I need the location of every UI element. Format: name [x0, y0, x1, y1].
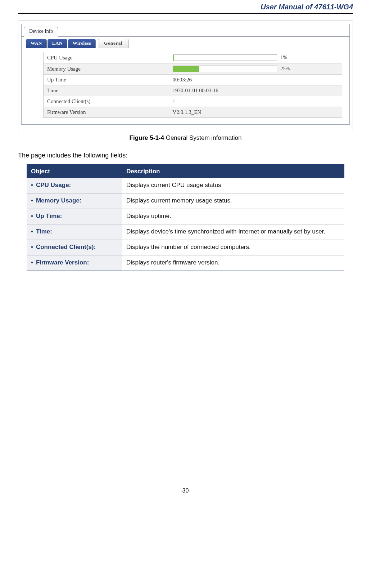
description-table: Object Description •CPU Usage:Displays c…: [27, 165, 344, 271]
info-row-label: Time: [44, 85, 169, 96]
info-row-value: 00:03:26: [169, 75, 342, 85]
info-row: CPU Usage1%: [44, 52, 342, 63]
object-label: Time:: [36, 228, 52, 235]
info-row-label: Firmware Version: [44, 107, 169, 118]
info-row: Memory Usage25%: [44, 63, 342, 75]
table-row: •Time:Displays device's time synchronize…: [27, 224, 344, 240]
description-cell: Displays current memory usage status.: [122, 193, 344, 209]
object-cell: •Up Time:: [27, 209, 122, 224]
info-row: Time1970-01-01 00:03:16: [44, 85, 342, 96]
bullet-icon: •: [31, 244, 33, 250]
object-label: Up Time:: [36, 213, 62, 219]
device-info-window: Device Info WAN LAN Wireless General CPU…: [21, 24, 350, 125]
sub-tab-bar: WAN LAN Wireless General: [22, 36, 349, 48]
info-row-value: 1970-01-01 00:03:16: [169, 85, 342, 96]
object-label: Memory Usage:: [36, 197, 82, 204]
description-table-wrap: Object Description •CPU Usage:Displays c…: [27, 164, 344, 271]
progress-percent: 1%: [281, 55, 288, 61]
general-info-table: CPU Usage1%Memory Usage25%Up Time00:03:2…: [43, 52, 342, 118]
top-tab-bar: Device Info: [22, 24, 349, 36]
object-cell: •Time:: [27, 224, 122, 240]
object-label: Firmware Version:: [36, 259, 89, 266]
info-row-value: 1%: [169, 52, 342, 63]
figure-caption-text: General System information: [166, 134, 242, 141]
object-label: CPU Usage:: [36, 182, 71, 188]
progress-wrap: 25%: [173, 66, 338, 72]
screenshot-panel: Device Info WAN LAN Wireless General CPU…: [18, 21, 353, 132]
object-cell: •Firmware Version:: [27, 255, 122, 271]
page-number: -30-: [18, 487, 353, 494]
table-row: •Memory Usage:Displays current memory us…: [27, 193, 344, 209]
info-row: Firmware VersionV2.0.1.3_EN: [44, 107, 342, 118]
progress-bar: [173, 66, 277, 72]
document-header-title: User Manual of 47611-WG4: [18, 0, 353, 13]
figure-number: Figure 5-1-4: [130, 134, 164, 141]
info-row-label: CPU Usage: [44, 52, 169, 63]
object-label: Connected Client(s):: [36, 244, 96, 250]
description-cell: Displays current CPU usage status: [122, 178, 344, 193]
tab-device-info[interactable]: Device Info: [24, 27, 58, 37]
description-cell: Displays the number of connected compute…: [122, 240, 344, 255]
object-cell: •Memory Usage:: [27, 193, 122, 209]
progress-fill: [173, 55, 174, 61]
bullet-icon: •: [31, 182, 33, 188]
subtab-general[interactable]: General: [98, 39, 129, 48]
header-rule: [18, 13, 353, 14]
description-cell: Displays device's time synchronized with…: [122, 224, 344, 240]
info-row-label: Connected Client(s): [44, 96, 169, 107]
subtab-wan[interactable]: WAN: [26, 39, 47, 48]
progress-fill: [173, 66, 199, 72]
bullet-icon: •: [31, 213, 33, 219]
subtab-wireless[interactable]: Wireless: [68, 39, 96, 48]
figure-caption: Figure 5-1-4 General System information: [18, 134, 353, 142]
info-row-value: V2.0.1.3_EN: [169, 107, 342, 118]
table-row: •Connected Client(s):Displays the number…: [27, 240, 344, 255]
bullet-icon: •: [31, 228, 33, 235]
table-row: •CPU Usage:Displays current CPU usage st…: [27, 178, 344, 193]
info-row-value: 1: [169, 96, 342, 107]
bullet-icon: •: [31, 197, 33, 204]
info-row-value: 25%: [169, 63, 342, 75]
object-cell: •Connected Client(s):: [27, 240, 122, 255]
progress-bar: [173, 54, 277, 61]
bullet-icon: •: [31, 259, 33, 266]
object-cell: •CPU Usage:: [27, 178, 122, 193]
subtab-lan[interactable]: LAN: [47, 39, 67, 48]
table-row: •Firmware Version:Displays router's firm…: [27, 255, 344, 271]
info-row-label: Up Time: [44, 75, 169, 85]
col-header-object: Object: [27, 165, 122, 178]
progress-wrap: 1%: [173, 54, 338, 61]
general-info-panel: CPU Usage1%Memory Usage25%Up Time00:03:2…: [22, 48, 349, 124]
progress-percent: 25%: [281, 66, 290, 72]
description-cell: Displays router's firmware version.: [122, 255, 344, 271]
table-row: •Up Time:Displays uptime.: [27, 209, 344, 224]
info-row: Connected Client(s)1: [44, 96, 342, 107]
info-row-label: Memory Usage: [44, 63, 169, 75]
info-row: Up Time00:03:26: [44, 75, 342, 85]
intro-text: The page includes the following fields:: [18, 152, 353, 159]
col-header-description: Description: [122, 165, 344, 178]
description-cell: Displays uptime.: [122, 209, 344, 224]
